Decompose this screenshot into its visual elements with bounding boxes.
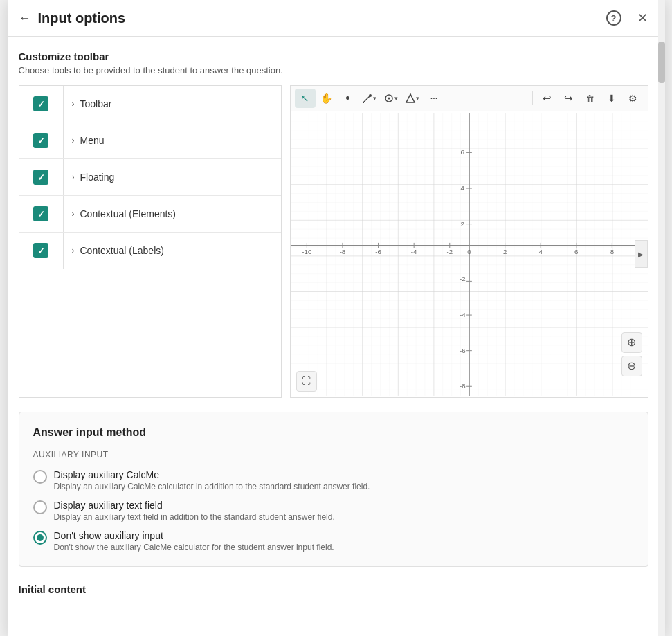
radio-outer-calcme <box>33 470 47 484</box>
radio-label-textfield: Display auxiliary text field <box>54 500 335 511</box>
checkbox-contextual-elements[interactable]: ✓ <box>33 206 48 221</box>
point-tool-button[interactable]: • <box>338 89 358 108</box>
svg-text:4: 4 <box>460 184 464 192</box>
row-content-floating[interactable]: › Floating <box>64 172 281 183</box>
row-content-menu[interactable]: › Menu <box>64 135 281 146</box>
answer-input-section: Answer input method Auxiliary input Disp… <box>19 412 648 567</box>
svg-text:-6: -6 <box>459 347 465 354</box>
close-button[interactable]: ✕ <box>632 7 654 29</box>
checkbox-floating[interactable]: ✓ <box>33 170 48 185</box>
checklist-row-contextual-elements: ✓ › Contextual (Elements) <box>19 196 281 233</box>
download-button[interactable]: ⬇ <box>601 89 622 108</box>
radio-item-none[interactable]: Don't show auxiliary input Don't show th… <box>33 530 634 552</box>
row-label-floating: Floating <box>80 172 115 183</box>
row-content-toolbar[interactable]: › Toolbar <box>64 98 281 109</box>
svg-point-3 <box>388 98 390 100</box>
svg-text:6: 6 <box>460 148 464 156</box>
triangle-icon: ▾ <box>405 93 419 104</box>
radio-item-textfield[interactable]: Display auxiliary text field Display an … <box>33 500 634 522</box>
close-icon: ✕ <box>637 10 648 26</box>
checklist-empty-row <box>19 269 281 325</box>
redo-button[interactable]: ↪ <box>559 89 579 108</box>
radio-text-none: Don't show auxiliary input Don't show th… <box>54 530 334 552</box>
svg-line-0 <box>363 96 370 102</box>
checkbox-cell-toolbar: ✓ <box>19 86 64 122</box>
help-icon: ? <box>606 10 621 26</box>
dialog-header: ← Input options ? ✕ <box>8 0 665 37</box>
hand-tool-button[interactable]: ✋ <box>316 89 337 108</box>
fullscreen-icon: ⛶ <box>302 376 311 386</box>
svg-text:-2: -2 <box>446 248 453 255</box>
delete-button[interactable]: 🗑 <box>580 89 601 108</box>
graph-preview: ↖ ✋ • <box>290 85 648 398</box>
hand-icon: ✋ <box>320 93 332 104</box>
chevron-floating-icon: › <box>72 172 75 182</box>
zoom-out-button[interactable]: ⊖ <box>621 356 642 376</box>
dialog-title: Input options <box>38 10 603 26</box>
chevron-contextual-elements-icon: › <box>72 209 75 219</box>
checkbox-menu[interactable]: ✓ <box>33 133 48 148</box>
svg-text:6: 6 <box>574 248 578 255</box>
help-button[interactable]: ? <box>603 7 625 29</box>
toolbar-section: ✓ › Toolbar ✓ › Menu <box>19 85 648 398</box>
customize-toolbar-subtitle: Choose tools to be provided to the stude… <box>19 65 648 75</box>
expand-icon: ▶ <box>638 251 644 258</box>
select-tool-button[interactable]: ↖ <box>295 89 316 108</box>
row-content-contextual-labels[interactable]: › Contextual (Labels) <box>64 245 281 256</box>
radio-desc-textfield: Display an auxiliary text field in addit… <box>54 512 335 522</box>
zoom-out-icon: ⊖ <box>627 359 636 372</box>
point-icon: • <box>345 92 349 105</box>
more-tools-button[interactable]: ··· <box>424 89 444 108</box>
checklist-row-contextual-labels: ✓ › Contextual (Labels) <box>19 233 281 269</box>
radio-desc-calcme: Display an auxiliary CalcMe calculator i… <box>54 482 370 491</box>
back-arrow-icon: ← <box>19 11 31 26</box>
zoom-in-button[interactable]: ⊕ <box>621 332 642 353</box>
download-icon: ⬇ <box>608 93 616 104</box>
circle-icon: ▾ <box>383 93 398 104</box>
graph-svg: -10 -8 -6 -4 -2 0 2 4 6 8 10 6 <box>291 111 648 397</box>
radio-item-calcme[interactable]: Display auxiliary CalcMe Display an auxi… <box>33 469 634 491</box>
svg-text:-2: -2 <box>459 275 465 282</box>
scrollbar-track <box>658 0 665 636</box>
svg-text:-6: -6 <box>375 248 381 255</box>
radio-group: Display auxiliary CalcMe Display an auxi… <box>33 469 634 552</box>
row-label-toolbar: Toolbar <box>80 98 112 109</box>
fullscreen-button[interactable]: ⛶ <box>296 371 317 392</box>
back-button[interactable]: ← <box>19 11 31 26</box>
checkbox-contextual-labels[interactable]: ✓ <box>33 243 48 258</box>
scrollbar-thumb[interactable] <box>658 42 665 83</box>
svg-text:2: 2 <box>502 248 506 255</box>
checkbox-cell-contextual-labels: ✓ <box>19 233 64 269</box>
checkbox-cell-floating: ✓ <box>19 159 64 195</box>
checklist-row-toolbar: ✓ › Toolbar <box>19 86 281 122</box>
svg-text:-4: -4 <box>459 311 465 318</box>
row-label-contextual-elements: Contextual (Elements) <box>80 208 176 219</box>
redo-icon: ↪ <box>564 92 573 105</box>
settings-button[interactable]: ⚙ <box>623 89 644 108</box>
radio-outer-none <box>33 531 47 545</box>
select-icon: ↖ <box>300 92 309 105</box>
initial-content-title: Initial content <box>19 578 648 598</box>
gtool-separator-1 <box>532 91 533 105</box>
radio-text-calcme: Display auxiliary CalcMe Display an auxi… <box>54 469 370 491</box>
pen-tool-button[interactable]: ▾ <box>359 89 380 108</box>
undo-icon: ↩ <box>543 92 552 105</box>
row-content-contextual-elements[interactable]: › Contextual (Elements) <box>64 208 281 219</box>
circle-tool-button[interactable]: ▾ <box>381 89 401 108</box>
checkbox-cell-contextual-elements: ✓ <box>19 196 64 232</box>
expand-panel-button[interactable]: ▶ <box>635 240 648 268</box>
svg-text:-4: -4 <box>410 248 417 255</box>
graph-zoom-tools: ⊕ ⊖ <box>621 332 642 376</box>
customize-toolbar-title: Customize toolbar <box>19 51 648 62</box>
graph-toolbar: ↖ ✋ • <box>291 86 648 111</box>
gtool-draw-tools: ↖ ✋ • <box>295 89 444 108</box>
radio-label-none: Don't show auxiliary input <box>54 530 334 541</box>
more-icon: ··· <box>430 92 437 105</box>
graph-bottom-tools: ⛶ <box>296 371 317 392</box>
svg-text:-8: -8 <box>459 382 465 390</box>
pen-icon: ▾ <box>362 93 376 104</box>
triangle-tool-button[interactable]: ▾ <box>402 89 423 108</box>
chevron-menu-icon: › <box>72 136 75 145</box>
checkbox-toolbar[interactable]: ✓ <box>33 96 48 111</box>
undo-button[interactable]: ↩ <box>537 89 558 108</box>
